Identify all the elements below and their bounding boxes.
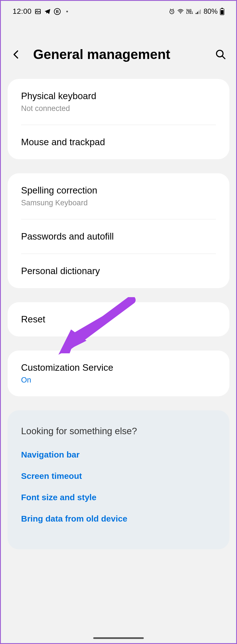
search-button[interactable] [214,47,228,62]
svg-point-6 [180,13,181,13]
spelling-correction-item[interactable]: Spelling correction Samsung Keyboard [8,173,229,219]
dot-icon [66,10,68,13]
suggestion-screen-timeout[interactable]: Screen timeout [21,471,216,481]
item-title: Customization Service [21,362,216,373]
svg-point-1 [37,10,37,11]
b-circle-icon: B [54,8,61,15]
item-title: Personal dictionary [21,266,216,276]
suggestion-bring-data[interactable]: Bring data from old device [21,514,216,524]
svg-rect-13 [221,10,224,14]
suggestion-navigation-bar[interactable]: Navigation bar [21,450,216,459]
physical-keyboard-item[interactable]: Physical keyboard Not connected [8,79,229,125]
suggestions-title: Looking for something else? [21,426,216,436]
telegram-icon [44,8,51,15]
svg-rect-8 [197,12,198,14]
wifi-icon [177,8,184,15]
page-title: General management [33,47,204,62]
item-subtitle: Not connected [21,104,216,113]
item-title: Passwords and autofill [21,231,216,242]
svg-point-4 [66,11,68,12]
svg-rect-9 [199,11,199,14]
battery-percentage: 80% [204,7,218,15]
customization-service-item[interactable]: Customization Service On [8,351,229,396]
status-right: Vo))LTE1 80% [169,7,224,15]
signal-icon [195,8,201,15]
reset-item[interactable]: Reset [8,302,229,336]
search-icon [215,49,226,60]
passwords-autofill-item[interactable]: Passwords and autofill [8,219,229,254]
suggestion-font-size[interactable]: Font size and style [21,493,216,502]
picture-icon [35,8,41,15]
home-indicator[interactable] [93,637,144,639]
item-title: Spelling correction [21,185,216,196]
svg-text:B: B [56,9,59,14]
mouse-trackpad-item[interactable]: Mouse and trackpad [8,125,229,159]
settings-group-input: Physical keyboard Not connected Mouse an… [8,79,229,159]
status-time: 12:00 [13,7,32,16]
item-status: On [21,376,216,384]
volte-icon: Vo))LTE1 [186,9,193,14]
chevron-left-icon [11,49,22,60]
status-bar: 12:00 B Vo))LTE1 80% [1,1,236,19]
item-title: Physical keyboard [21,91,216,101]
alarm-icon [169,8,175,15]
svg-rect-10 [200,10,201,14]
item-subtitle: Samsung Keyboard [21,199,216,207]
personal-dictionary-item[interactable]: Personal dictionary [8,254,229,288]
settings-group-text: Spelling correction Samsung Keyboard Pas… [8,173,229,288]
settings-group-customization: Customization Service On [8,351,229,396]
back-button[interactable] [9,47,23,62]
page-header: General management [1,19,236,79]
item-title: Reset [21,314,216,325]
svg-rect-7 [196,13,197,14]
status-left: 12:00 B [13,7,68,16]
battery-icon [220,8,224,15]
item-title: Mouse and trackpad [21,137,216,147]
settings-group-reset: Reset [8,302,229,336]
suggestions-panel: Looking for something else? Navigation b… [8,410,229,549]
